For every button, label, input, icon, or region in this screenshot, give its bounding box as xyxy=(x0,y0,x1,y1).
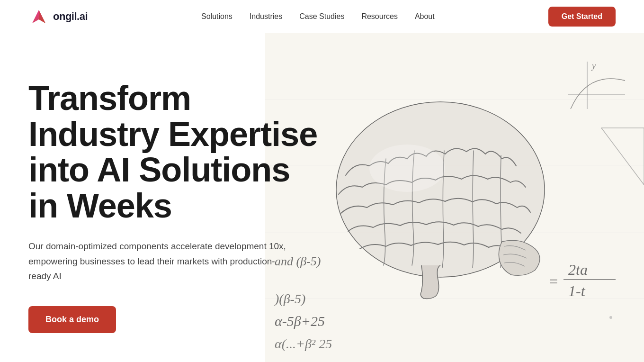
svg-point-23 xyxy=(609,316,612,319)
nav-solutions[interactable]: Solutions xyxy=(201,12,233,20)
logo-link[interactable]: ongil.ai xyxy=(28,6,88,27)
nav-about[interactable]: About xyxy=(415,12,435,20)
svg-text:y: y xyxy=(591,61,596,71)
svg-point-14 xyxy=(369,145,445,192)
hero-image-area: y h xyxy=(265,33,644,362)
book-demo-button[interactable]: Book a demo xyxy=(28,306,116,333)
nav-resources[interactable]: Resources xyxy=(361,12,397,20)
get-started-button[interactable]: Get Started xyxy=(548,7,616,27)
nav-industries[interactable]: Industries xyxy=(250,12,282,20)
svg-text:1-t: 1-t xyxy=(568,282,586,299)
hero-title: Transform Industry Expertise into AI Sol… xyxy=(28,81,322,224)
svg-line-11 xyxy=(601,128,644,185)
nav-menu: Solutions Industries Case Studies Resour… xyxy=(201,12,435,21)
nav-case-studies[interactable]: Case Studies xyxy=(299,12,344,20)
svg-text:=: = xyxy=(548,273,559,290)
brand-name: ongil.ai xyxy=(53,10,88,23)
hero-content: Transform Industry Expertise into AI Sol… xyxy=(28,71,322,333)
hero-section: Transform Industry Expertise into AI Sol… xyxy=(0,33,644,362)
math-formulas-svg: y h xyxy=(265,33,644,362)
logo-icon xyxy=(28,6,49,27)
svg-text:2ta: 2ta xyxy=(568,261,588,278)
svg-text:α(...+β² 25: α(...+β² 25 xyxy=(275,336,332,351)
navbar: ongil.ai Solutions Industries Case Studi… xyxy=(0,0,644,33)
hero-subtitle: Our domain-optimized components accelera… xyxy=(28,239,294,283)
